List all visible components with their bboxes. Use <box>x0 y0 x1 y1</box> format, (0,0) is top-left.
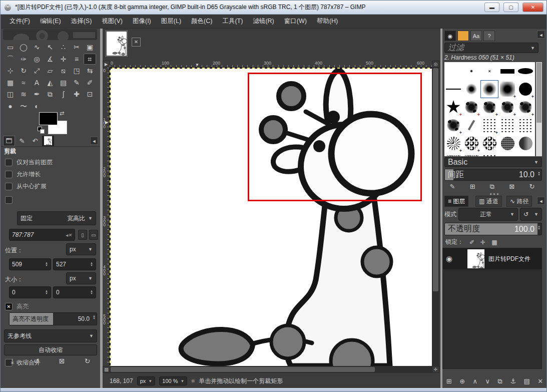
size-height-input[interactable]: 0▲▼ <box>53 286 96 298</box>
vertical-scrollbar[interactable] <box>432 68 439 366</box>
brush-cell[interactable] <box>516 134 534 152</box>
minimize-button[interactable]: ▬ <box>484 3 499 12</box>
menu-item[interactable]: 工具(T) <box>218 15 247 28</box>
undo-history-tab[interactable]: ↶ <box>29 136 41 146</box>
lock-pixels-icon[interactable]: ✐ <box>469 239 474 246</box>
tool-cage-transform[interactable]: ▦ <box>4 77 17 88</box>
collapse-dock-icon[interactable]: ◄ <box>537 197 545 205</box>
delete-brush-icon[interactable]: ⊠ <box>509 183 514 191</box>
brush-cell[interactable] <box>462 116 480 134</box>
canvas-viewport[interactable] <box>110 68 432 366</box>
tool-flip[interactable]: ⇆ <box>84 65 96 76</box>
layer-mode-dropdown[interactable]: 正常 ▼ <box>458 208 518 221</box>
delete-layer-icon[interactable]: ✕ <box>537 377 543 385</box>
spinner-arrows-icon[interactable]: ▲▼ <box>90 262 93 267</box>
brush-cell[interactable] <box>498 134 516 152</box>
tool-warp-transform[interactable]: ≈ <box>18 77 30 88</box>
tool-shear[interactable]: ▱ <box>44 65 57 76</box>
duplicate-layer-icon[interactable]: ⧉ <box>498 377 502 385</box>
tool-ellipse-select[interactable]: ◯ <box>18 42 30 53</box>
tool-crop[interactable]: ⌗ <box>84 54 96 65</box>
unit-dropdown[interactable]: px▼ <box>137 376 156 385</box>
brush-cell[interactable] <box>480 80 498 98</box>
fixed-row[interactable] <box>5 196 13 204</box>
menu-item[interactable]: 选择(S) <box>67 15 97 28</box>
brush-filter-input[interactable]: 过滤 ▼ <box>444 43 538 53</box>
tool-gradient[interactable]: ▤ <box>57 77 70 88</box>
spinner-arrows-icon[interactable]: ▲▼ <box>90 290 93 295</box>
brushes-tab[interactable]: ◉ <box>444 31 456 41</box>
ruler-corner-button[interactable]: ▶ <box>103 61 110 68</box>
brush-cell[interactable] <box>516 152 534 156</box>
highlight-opacity-slider[interactable]: 高亮不透明度 50.0 ▲▼ <box>9 312 97 325</box>
brush-cell[interactable] <box>444 62 462 80</box>
aspect-ratio-input[interactable]: 787:787 ◂✕ <box>9 229 75 241</box>
menu-item[interactable]: 图层(L) <box>157 15 186 28</box>
close-button[interactable]: ✕ <box>522 3 543 12</box>
brush-scrollbar[interactable] <box>536 62 542 156</box>
quickmask-toggle-icon[interactable]: ▨ <box>103 366 110 373</box>
lock-position-icon[interactable]: ✛ <box>480 239 485 246</box>
foreground-color-swatch[interactable] <box>39 112 58 125</box>
brush-cell[interactable] <box>516 116 534 134</box>
tool-align[interactable]: ≡ <box>71 54 83 65</box>
brush-grid[interactable]: ✕+++++++++++ <box>444 62 535 156</box>
tool-eraser[interactable]: ◫ <box>4 89 17 100</box>
current-layer-only-checkbox[interactable] <box>5 159 13 166</box>
reset-tool-icon[interactable]: ↻ <box>85 357 91 365</box>
duplicate-brush-icon[interactable]: ⧉ <box>490 183 494 191</box>
spinner-arrows-icon[interactable]: ▲▼ <box>537 225 540 230</box>
tool-select-by-color[interactable]: ∴ <box>57 42 70 53</box>
layer-list[interactable]: ◉ 图片转PDF文件 <box>442 248 542 369</box>
horizontal-scrollbar[interactable] <box>110 366 432 373</box>
help-tab[interactable]: ? <box>483 31 495 41</box>
brush-cell[interactable] <box>498 62 516 80</box>
tool-move[interactable]: ✛ <box>57 54 70 65</box>
highlight-checkbox[interactable]: ✕ <box>5 303 13 310</box>
vertical-ruler[interactable]: 01 0 02 0 03 0 04 0 05 0 0▶ <box>103 68 110 366</box>
brush-cell[interactable]: + <box>516 98 534 116</box>
menu-item[interactable]: 编辑(E) <box>36 15 66 28</box>
tool-smudge-finger[interactable]: 〜 <box>18 101 30 112</box>
edit-brush-icon[interactable]: ✎ <box>450 183 455 191</box>
tool-unified-transform[interactable]: ⊹ <box>4 65 17 76</box>
brush-group-dropdown[interactable]: Basic ▼ <box>444 157 542 167</box>
tool-dodge-burn[interactable]: ◐ <box>31 101 43 112</box>
brush-cell[interactable]: + <box>444 134 462 152</box>
guides-dropdown[interactable]: 无参考线▼ <box>4 329 97 342</box>
brush-cell[interactable]: + <box>444 116 462 134</box>
tool-perspective-clone[interactable]: ⊡ <box>84 89 96 100</box>
image-thumbnail-tab[interactable] <box>42 136 54 146</box>
highlight-row[interactable]: ✕ 高亮 <box>5 302 29 311</box>
menu-item[interactable]: 窗口(W) <box>280 15 311 28</box>
tool-perspective[interactable]: ⧅ <box>57 65 70 76</box>
tool-ink[interactable]: ✒ <box>31 89 43 100</box>
spinner-arrows-icon[interactable]: ▲▼ <box>537 171 540 176</box>
size-unit-dropdown[interactable]: px▼ <box>66 272 96 284</box>
fixed-aspect-dropdown[interactable]: 固定 宽高比 ▼ <box>17 211 96 225</box>
lower-layer-icon[interactable]: ∨ <box>485 377 490 385</box>
brush-cell[interactable]: + <box>462 134 480 152</box>
tool-pencil[interactable]: ✎ <box>71 77 83 88</box>
tool-bucket-fill[interactable]: ◭ <box>44 77 57 88</box>
brush-cell[interactable] <box>498 116 516 134</box>
zoom-follow-window-icon[interactable]: ◎ <box>432 61 439 68</box>
layer-opacity-slider[interactable]: 不透明度 100.0 ▲▼ <box>444 223 542 235</box>
brush-spacing-slider[interactable]: 间距 10.0 ▲▼ <box>444 169 542 181</box>
tool-paths[interactable]: ⌒ <box>4 54 17 65</box>
brush-cell[interactable]: ✕ <box>480 62 498 80</box>
default-colors-icon[interactable] <box>38 127 45 134</box>
portrait-icon[interactable]: ▯ <box>78 230 87 240</box>
position-unit-dropdown[interactable]: px▼ <box>66 243 96 255</box>
allow-growing-row[interactable]: 允许增长 <box>5 170 41 179</box>
brush-cell[interactable] <box>498 152 516 156</box>
brush-cell[interactable] <box>462 80 480 98</box>
image-tab[interactable] <box>105 30 129 58</box>
menu-item[interactable]: 颜色(C) <box>187 15 217 28</box>
brush-cell[interactable]: + <box>462 98 480 116</box>
brush-cell[interactable] <box>516 62 534 80</box>
maximize-button[interactable]: ▢ <box>503 3 518 12</box>
auto-shrink-button[interactable]: 自动收缩 <box>4 344 97 355</box>
tool-paintbrush[interactable]: ✐ <box>84 77 96 88</box>
restore-preset-icon[interactable]: ↺ <box>34 357 40 365</box>
